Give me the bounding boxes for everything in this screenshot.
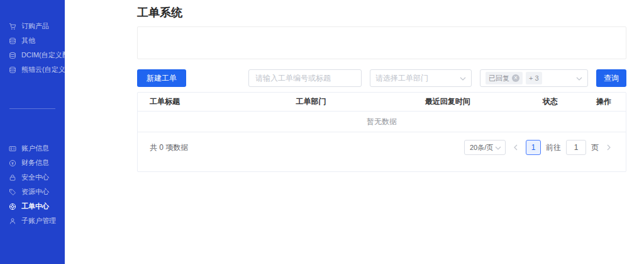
sidebar-item-account-info[interactable]: 账户信息 xyxy=(0,141,65,156)
sidebar-item-subaccount-management[interactable]: 子账户管理 xyxy=(0,214,65,228)
new-ticket-button[interactable]: 新建工单 xyxy=(137,69,186,87)
toolbar: 新建工单 请选择工单部门 已回复 + 3 查询 xyxy=(137,69,626,87)
sidebar-product-menu: 订购产品 其他 DCIM(自定义配置) 熊猫云(自定义配 xyxy=(0,0,65,77)
sidebar-item-label: 其他 xyxy=(21,36,35,45)
pagination: 20条/页 1 前往 页 xyxy=(464,140,614,155)
sidebar-item-label: 工单中心 xyxy=(21,202,49,211)
database-icon xyxy=(9,66,16,74)
database-icon xyxy=(9,37,16,45)
sidebar-item-label: 安全中心 xyxy=(21,173,49,182)
column-header-status: 状态 xyxy=(518,96,582,107)
status-tag: 已回复 xyxy=(486,72,523,84)
chevron-down-icon xyxy=(460,77,466,81)
status-more-tag: + 3 xyxy=(526,72,542,84)
sidebar-account-menu: 账户信息 财务信息 安全中心 资源中心 xyxy=(0,141,65,228)
page-size-select[interactable]: 20条/页 xyxy=(464,140,506,155)
sidebar-item-order-products[interactable]: 订购产品 xyxy=(0,19,65,33)
close-circle-icon[interactable] xyxy=(512,74,519,82)
sidebar-item-label: 账户信息 xyxy=(21,144,49,153)
chevron-left-icon xyxy=(514,144,518,151)
status-tag-label: 已回复 xyxy=(489,74,509,83)
department-select[interactable]: 请选择工单部门 xyxy=(370,69,472,87)
query-button[interactable]: 查询 xyxy=(596,69,626,87)
table-header-row: 工单标题 工单部门 最近回复时间 状态 操作 xyxy=(138,93,626,112)
column-header-actions: 操作 xyxy=(582,96,626,107)
page-size-value: 20条/页 xyxy=(470,143,493,152)
column-header-title: 工单标题 xyxy=(138,96,245,107)
goto-label: 前往 xyxy=(546,142,561,153)
status-select[interactable]: 已回复 + 3 xyxy=(480,69,588,87)
sidebar-item-resource-center[interactable]: 资源中心 xyxy=(0,185,65,199)
sidebar-item-label: 资源中心 xyxy=(21,187,49,197)
notice-box xyxy=(137,26,626,59)
ticket-search-input[interactable] xyxy=(248,69,362,87)
sidebar-item-dcim[interactable]: DCIM(自定义配置) xyxy=(0,48,65,62)
id-card-icon xyxy=(9,145,16,152)
database-icon xyxy=(9,52,16,59)
sidebar-item-security-center[interactable]: 安全中心 xyxy=(0,170,65,185)
money-icon xyxy=(9,159,16,167)
sidebar-item-label: 订购产品 xyxy=(21,21,49,31)
sidebar-item-label: 熊猫云(自定义配 xyxy=(21,65,65,74)
sidebar-item-label: DCIM(自定义配置) xyxy=(21,50,65,60)
cart-icon xyxy=(9,23,16,30)
current-page-button[interactable]: 1 xyxy=(526,140,541,155)
department-select-placeholder: 请选择工单部门 xyxy=(375,73,428,84)
user-icon xyxy=(9,217,16,225)
next-page-button[interactable] xyxy=(604,140,614,155)
tag-icon xyxy=(9,188,16,196)
chevron-down-icon xyxy=(495,146,501,150)
page-unit-label: 页 xyxy=(591,142,599,153)
lifebuoy-icon xyxy=(9,203,16,210)
sidebar-item-panda-cloud[interactable]: 熊猫云(自定义配 xyxy=(0,62,65,77)
prev-page-button[interactable] xyxy=(511,140,521,155)
sidebar-item-finance-info[interactable]: 财务信息 xyxy=(0,156,65,170)
sidebar-divider xyxy=(9,108,55,109)
page-title: 工单系统 xyxy=(137,5,626,20)
sidebar-item-ticket-center[interactable]: 工单中心 xyxy=(0,199,65,214)
chevron-right-icon xyxy=(607,144,611,151)
table-footer: 共 0 项数据 20条/页 1 前往 页 xyxy=(138,132,626,171)
total-count: 共 0 项数据 xyxy=(150,142,188,153)
ticket-table: 工单标题 工单部门 最近回复时间 状态 操作 暂无数据 共 0 项数据 20条/… xyxy=(137,92,626,172)
column-header-department: 工单部门 xyxy=(245,96,377,107)
sidebar-item-label: 财务信息 xyxy=(21,158,49,168)
table-empty-state: 暂无数据 xyxy=(138,112,626,132)
lock-icon xyxy=(9,174,16,181)
sidebar-item-label: 子账户管理 xyxy=(21,216,56,226)
sidebar: 订购产品 其他 DCIM(自定义配置) 熊猫云(自定义配 xyxy=(0,0,65,264)
main-content: 工单系统 新建工单 请选择工单部门 已回复 + 3 查询 工单标题 工单部门 xyxy=(65,0,644,264)
sidebar-item-other[interactable]: 其他 xyxy=(0,33,65,48)
chevron-down-icon xyxy=(576,77,582,81)
goto-page-input[interactable] xyxy=(566,140,586,155)
column-header-last-reply: 最近回复时间 xyxy=(377,96,518,107)
